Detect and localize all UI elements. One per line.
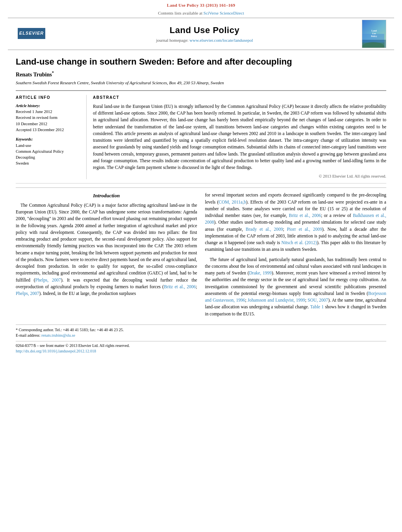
svg-rect-2 xyxy=(362,43,384,48)
article-author: Renats Trubins* xyxy=(16,70,386,79)
britz-ref-2[interactable]: Britz et al., 2006 xyxy=(289,213,321,218)
article-content: Land-use change in southern Sweden: Befo… xyxy=(0,56,402,354)
keyword-4: Sweden xyxy=(16,160,80,166)
accepted-date: Accepted 13 December 2012 xyxy=(16,127,80,133)
article-title: Land-use change in southern Sweden: Befo… xyxy=(16,56,386,67)
piorr-ref[interactable]: Piorr et al., 2009 xyxy=(287,227,322,232)
homepage-label: journal homepage: xyxy=(156,38,188,43)
nitsch-ref[interactable]: Nitsch et al. (2012) xyxy=(282,240,317,245)
keyword-2: Common Agricultural Policy xyxy=(16,148,80,154)
revised-date: 10 December 2012 xyxy=(16,121,80,127)
elsevier-logo-box: ELSEVIER xyxy=(18,28,45,39)
table1-ref[interactable]: Table 1 xyxy=(310,304,324,309)
homepage-link[interactable]: www.elsevier.com/locate/landusepol xyxy=(189,38,253,43)
drake-ref[interactable]: Drake, 1999 xyxy=(249,271,272,275)
article-footer: * Corresponding author. Tel.: +46 40 41 … xyxy=(16,324,386,354)
abstract-text: Rural land-use in the European Union (EU… xyxy=(93,103,386,171)
doi-link[interactable]: http://dx.doi.org/10.1016/j.landusepol.2… xyxy=(16,349,96,353)
body-section: Introduction The Common Agricultural Pol… xyxy=(16,187,386,321)
brady-ref[interactable]: Brady et al., 2009 xyxy=(246,227,283,232)
keywords-section-label: Keywords: xyxy=(16,137,80,143)
abstract-column: ABSTRACT Rural land-use in the European … xyxy=(87,95,386,179)
intro-heading: Introduction xyxy=(16,192,197,200)
issn-line: 0264-8377/$ – see front matter © 2013 El… xyxy=(16,343,386,349)
header-main: ELSEVIER Land Use Policy journal homepag… xyxy=(8,18,394,50)
article-info-column: ARTICLE INFO Article history: Received 1… xyxy=(16,95,87,179)
journal-header: Land Use Policy 33 (2013) 161–169 Conten… xyxy=(0,0,402,50)
body-col-left: Introduction The Common Agricultural Pol… xyxy=(16,192,197,321)
intro-para-2: for several important sectors and export… xyxy=(205,192,387,253)
sou-ref[interactable]: SOU, 2007 xyxy=(308,298,328,302)
journal-cover-image: LandUsePolicy xyxy=(362,20,386,48)
phelps-ref-2[interactable]: Phelps, 2007 xyxy=(16,291,39,296)
journal-title-section: Land Use Policy journal homepage: www.el… xyxy=(47,24,362,44)
footnote-star: * Corresponding author. Tel.: +46 40 41 … xyxy=(16,327,386,333)
copyright-line: © 2013 Elsevier Ltd. All rights reserved… xyxy=(93,173,386,179)
svg-point-1 xyxy=(362,42,384,48)
com-ref[interactable]: COM, 2011a,b xyxy=(219,200,246,204)
britz-ref[interactable]: Britz et al., 2006 xyxy=(164,284,196,289)
cover-label: LandUsePolicy xyxy=(371,30,377,37)
journal-citation: Land Use Policy 33 (2013) 161–169 xyxy=(8,2,394,9)
journal-title: Land Use Policy xyxy=(47,24,362,37)
elsevier-logo: ELSEVIER xyxy=(16,28,47,40)
journal-homepage: journal homepage: www.elsevier.com/locat… xyxy=(47,37,362,44)
received-date: Received 1 June 2012 xyxy=(16,109,80,115)
johansson-ref[interactable]: Johansson and Lundqvist, 1999 xyxy=(248,298,305,302)
revised-label: Received in revised form xyxy=(16,115,80,120)
keyword-3: Decoupling xyxy=(16,154,80,160)
author-sup: * xyxy=(52,70,54,75)
email-link[interactable]: renats.trubins@slu.se xyxy=(41,333,75,337)
article-info-label: ARTICLE INFO xyxy=(16,95,80,101)
article-meta-section: ARTICLE INFO Article history: Received 1… xyxy=(16,90,386,184)
email-label: E-mail address: xyxy=(16,333,40,337)
keyword-1: Land-use xyxy=(16,143,80,148)
article-affiliation: Southern Swedish Forest Research Centre,… xyxy=(16,80,386,86)
intro-para-1: The Common Agricultural Policy (CAP) is … xyxy=(16,202,197,297)
contents-text: Contents lists available at xyxy=(158,11,202,15)
sciverse-link[interactable]: SciVerse ScienceDirect xyxy=(204,11,244,15)
body-col-right: for several important sectors and export… xyxy=(205,192,387,321)
abstract-label: ABSTRACT xyxy=(93,95,386,101)
article-history-label: Article history: xyxy=(16,103,80,109)
phelps-ref-1[interactable]: Phelps, 2007 xyxy=(35,278,61,282)
intro-para-3: The future of agricultural land, particu… xyxy=(205,256,387,317)
footnote-email: E-mail address: renats.trubins@slu.se xyxy=(16,333,386,339)
